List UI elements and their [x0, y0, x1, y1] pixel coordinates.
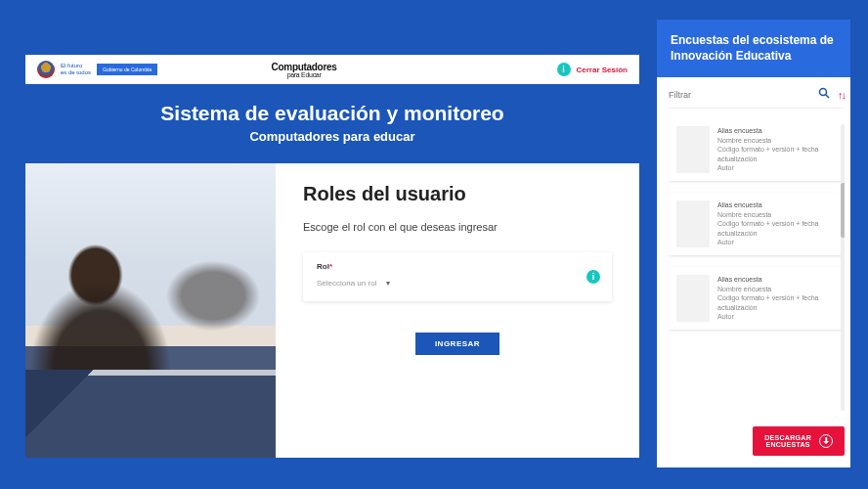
- download-icon: [819, 434, 833, 448]
- survey-card-text: Alias encuesta Nombre encuesta Código fo…: [717, 200, 837, 247]
- chevron-down-icon: ▾: [386, 279, 390, 288]
- main-panel: El futuro es de todos Gobierno de Colomb…: [25, 55, 639, 458]
- survey-meta: Código formato + versión + fecha actuali…: [717, 145, 837, 163]
- survey-author: Autor: [717, 163, 837, 172]
- sidebar-body: ↑↓ Alias encuesta Nombre encuesta Código…: [657, 77, 850, 467]
- role-placeholder: Selecciona un rol: [317, 279, 376, 288]
- gov-badge: Gobierno de Colombia: [97, 64, 157, 75]
- sidebar-title: Encuestas del ecosistema de Innovación E…: [657, 20, 850, 77]
- survey-list: Alias encuesta Nombre encuesta Código fo…: [669, 118, 845, 417]
- roles-heading: Roles del usuario: [303, 183, 612, 205]
- app-header: El futuro es de todos Gobierno de Colomb…: [25, 55, 639, 84]
- page-title: Sistema de evaluación y monitoreo: [25, 102, 639, 125]
- roles-section: Roles del usuario Escoge el rol con el q…: [276, 163, 639, 458]
- sort-icon[interactable]: ↑↓: [838, 89, 845, 101]
- search-icon[interactable]: [818, 87, 830, 102]
- download-label: DESCARGAR ENCUESTAS: [764, 434, 811, 448]
- download-surveys-button[interactable]: DESCARGAR ENCUESTAS: [753, 426, 845, 456]
- survey-thumbnail: [676, 275, 710, 322]
- filter-input[interactable]: [669, 90, 810, 100]
- filter-row: ↑↓: [669, 87, 845, 109]
- hero-image: [25, 163, 276, 458]
- survey-alias: Alias encuesta: [717, 275, 837, 284]
- gov-tagline-line1: El futuro: [61, 63, 91, 69]
- survey-name: Nombre encuesta: [717, 210, 837, 219]
- coat-of-arms-icon: [37, 61, 55, 78]
- survey-card[interactable]: Alias encuesta Nombre encuesta Código fo…: [669, 267, 845, 330]
- role-field-value: Selecciona un rol ▾: [317, 279, 598, 288]
- gov-tagline: El futuro es de todos: [61, 63, 91, 75]
- gov-brand: El futuro es de todos Gobierno de Colomb…: [37, 61, 157, 78]
- gov-tagline-line2: es de todos: [61, 69, 91, 76]
- role-select[interactable]: Rol* Selecciona un rol ▾ i: [303, 252, 612, 301]
- survey-name: Nombre encuesta: [717, 136, 837, 145]
- info-icon[interactable]: i: [586, 270, 600, 284]
- logout-link[interactable]: Cerrar Sesión: [577, 66, 628, 74]
- download-label-line2: ENCUESTAS: [764, 441, 811, 448]
- survey-alias: Alias encuesta: [717, 126, 837, 135]
- brand-main: Computadores: [272, 62, 337, 72]
- survey-alias: Alias encuesta: [717, 200, 837, 209]
- survey-author: Autor: [717, 238, 837, 246]
- svg-point-0: [820, 89, 827, 96]
- submit-button[interactable]: INGRESAR: [415, 333, 499, 355]
- brand-sub: para Educar: [272, 71, 337, 78]
- session-controls: i Cerrar Sesión: [557, 63, 628, 76]
- survey-card[interactable]: Alias encuesta Nombre encuesta Código fo…: [669, 118, 845, 181]
- required-mark: *: [329, 262, 332, 271]
- survey-meta: Código formato + versión + fecha actuali…: [717, 293, 837, 312]
- survey-card[interactable]: Alias encuesta Nombre encuesta Código fo…: [669, 193, 845, 255]
- page-heading: Sistema de evaluación y monitoreo Comput…: [25, 102, 639, 144]
- svg-line-1: [826, 95, 830, 99]
- role-select-inner: Rol* Selecciona un rol ▾: [317, 262, 598, 288]
- role-label-text: Rol: [317, 262, 329, 271]
- role-field-label: Rol*: [317, 262, 598, 271]
- page-subtitle: Computadores para educar: [25, 129, 639, 144]
- info-icon[interactable]: i: [557, 63, 571, 76]
- survey-card-text: Alias encuesta Nombre encuesta Código fo…: [717, 275, 837, 322]
- survey-meta: Código formato + versión + fecha actuali…: [717, 219, 837, 238]
- content-card: Roles del usuario Escoge el rol con el q…: [25, 163, 639, 458]
- survey-name: Nombre encuesta: [717, 285, 837, 293]
- scrollbar[interactable]: [841, 124, 845, 411]
- survey-thumbnail: [676, 200, 710, 247]
- survey-card-text: Alias encuesta Nombre encuesta Código fo…: [717, 126, 837, 173]
- survey-author: Autor: [717, 312, 837, 321]
- product-brand: Computadores para Educar: [272, 62, 337, 78]
- surveys-sidebar: Encuestas del ecosistema de Innovación E…: [657, 20, 850, 467]
- survey-thumbnail: [676, 126, 710, 173]
- download-label-line1: DESCARGAR: [764, 434, 811, 441]
- roles-instruction: Escoge el rol con el que deseas ingresar: [303, 221, 612, 233]
